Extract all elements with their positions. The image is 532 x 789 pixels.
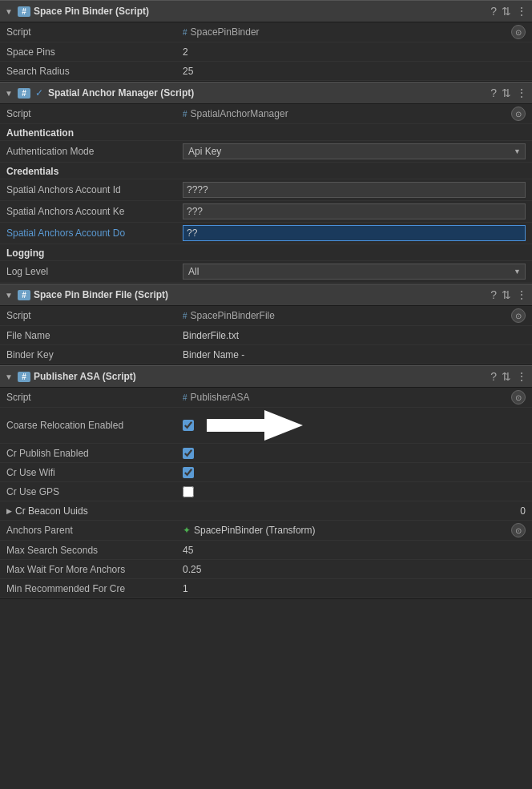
min-recommended-label: Min Recommended For Cre [6, 583, 183, 594]
max-search-seconds-row: Max Search Seconds 45 [0, 541, 532, 560]
cr-use-gps-label: Cr Use GPS [6, 486, 183, 497]
settings-icon[interactable]: ⇅ [502, 288, 511, 301]
panel-icons: ? ⇅ ⋮ [490, 288, 527, 301]
log-level-select-wrapper[interactable]: All Debug Info Warning Error None [183, 264, 526, 280]
min-recommended-row: Min Recommended For Cre 1 [0, 579, 532, 598]
script-label: Script [6, 26, 183, 38]
auth-mode-label: Authentication Mode [6, 146, 183, 157]
space-pin-binder-header[interactable]: ▼ # Space Pin Binder (Script) ? ⇅ ⋮ [0, 0, 532, 22]
coarse-relocation-checkbox-wrapper[interactable] [183, 420, 194, 431]
auth-mode-select[interactable]: Api Key Account Key Anonymous [183, 143, 526, 159]
authentication-label: Authentication [6, 124, 74, 139]
authentication-section: Authentication [0, 124, 532, 141]
cr-publish-enabled-row: Cr Publish Enabled [0, 444, 532, 463]
auth-mode-row: Authentication Mode Api Key Account Key … [0, 141, 532, 163]
script-label: Script [6, 108, 183, 119]
account-id-value[interactable] [183, 182, 526, 198]
script-circle-btn[interactable]: ⊙ [511, 308, 526, 323]
script-ref-icon: # [183, 28, 187, 37]
cr-publish-enabled-checkbox[interactable] [183, 448, 194, 459]
collapse-triangle: ▼ [5, 291, 14, 300]
publisher-asa-header[interactable]: ▼ # Publisher ASA (Script) ? ⇅ ⋮ [0, 365, 532, 388]
search-radius-row: Search Radius 25 [0, 62, 532, 81]
hash-badge: # [18, 88, 30, 99]
more-icon[interactable]: ⋮ [516, 288, 527, 301]
cr-use-gps-checkbox-wrapper[interactable] [183, 486, 194, 497]
panel-icons: ? ⇅ ⋮ [490, 5, 527, 18]
account-domain-label: Spatial Anchors Account Do [6, 227, 183, 239]
settings-icon[interactable]: ⇅ [502, 370, 511, 383]
credentials-label: Credentials [6, 163, 58, 177]
account-id-label: Spatial Anchors Account Id [6, 184, 183, 195]
script-ref-value: SpatialAnchorManager [191, 108, 288, 119]
help-icon[interactable]: ? [490, 288, 497, 301]
script-circle-btn[interactable]: ⊙ [511, 107, 526, 121]
hash-badge: # [18, 290, 30, 300]
space-pin-binder-file-panel: ▼ # Space Pin Binder File (Script) ? ⇅ ⋮… [0, 284, 532, 365]
max-search-seconds-value: 45 [183, 545, 526, 556]
hash-badge: # [18, 372, 30, 382]
help-icon[interactable]: ? [490, 5, 497, 18]
cr-beacon-expand[interactable]: ▶ Cr Beacon Uuids [6, 505, 88, 517]
credentials-section: Credentials [0, 163, 532, 179]
script-ref: # SpacePinBinderFile [183, 310, 506, 321]
panel-title: Publisher ASA (Script) [34, 371, 487, 382]
auth-mode-select-wrapper[interactable]: Api Key Account Key Anonymous [183, 143, 526, 159]
space-pin-binder-panel: ▼ # Space Pin Binder (Script) ? ⇅ ⋮ Scri… [0, 0, 532, 82]
script-ref-icon: # [183, 312, 187, 320]
help-icon[interactable]: ? [490, 87, 497, 99]
collapse-triangle: ▼ [5, 372, 14, 381]
arrow-svg [207, 410, 303, 441]
account-key-row: Spatial Anchors Account Ke [0, 201, 532, 223]
script-label: Script [6, 392, 183, 403]
account-domain-value[interactable] [183, 225, 526, 241]
hash-badge: # [18, 6, 30, 17]
cr-beacon-value: 0 [520, 505, 526, 517]
transform-ref: ✦ SpacePinBinder (Transform) [183, 525, 506, 536]
account-domain-input[interactable] [183, 225, 526, 241]
logging-section: Logging [0, 244, 532, 261]
min-recommended-value: 1 [183, 583, 526, 594]
cr-publish-enabled-checkbox-wrapper[interactable] [183, 448, 194, 459]
script-ref-value: PublisherASA [191, 392, 250, 403]
anchors-parent-circle-btn[interactable]: ⊙ [511, 523, 526, 537]
account-key-input[interactable] [183, 203, 526, 219]
spatial-anchor-manager-panel: ▼ # ✓ Spatial Anchor Manager (Script) ? … [0, 82, 532, 284]
settings-icon[interactable]: ⇅ [502, 87, 511, 99]
more-icon[interactable]: ⋮ [516, 5, 527, 18]
coarse-relocation-checkbox[interactable] [183, 420, 194, 431]
binder-key-row: Binder Key Binder Name - [0, 345, 532, 364]
help-icon[interactable]: ? [490, 370, 497, 383]
file-name-value: BinderFile.txt [183, 330, 526, 341]
max-wait-anchors-label: Max Wait For More Anchors [6, 564, 183, 575]
file-name-row: File Name BinderFile.txt [0, 326, 532, 345]
script-row: Script # SpacePinBinderFile ⊙ [0, 306, 532, 326]
script-ref-value: SpacePinBinder [191, 26, 260, 38]
settings-icon[interactable]: ⇅ [502, 5, 511, 18]
svg-marker-0 [207, 410, 303, 441]
cr-use-gps-checkbox[interactable] [183, 486, 194, 497]
spatial-anchor-manager-header[interactable]: ▼ # ✓ Spatial Anchor Manager (Script) ? … [0, 82, 532, 104]
cr-beacon-label: Cr Beacon Uuids [15, 505, 88, 517]
more-icon[interactable]: ⋮ [516, 87, 527, 99]
cr-use-wifi-row: Cr Use Wifi [0, 463, 532, 482]
cr-use-wifi-checkbox-wrapper[interactable] [183, 467, 194, 478]
account-id-input[interactable] [183, 182, 526, 198]
script-row: Script # SpatialAnchorManager ⊙ [0, 104, 532, 124]
script-row: Script # SpacePinBinder ⊙ [0, 22, 532, 42]
cr-use-wifi-label: Cr Use Wifi [6, 467, 183, 478]
anchors-parent-row: Anchors Parent ✦ SpacePinBinder (Transfo… [0, 521, 532, 541]
cr-use-wifi-checkbox[interactable] [183, 467, 194, 478]
transform-icon: ✦ [183, 525, 191, 536]
max-search-seconds-label: Max Search Seconds [6, 545, 183, 556]
account-key-value[interactable] [183, 203, 526, 219]
file-name-label: File Name [6, 330, 183, 341]
script-circle-btn[interactable]: ⊙ [511, 25, 526, 39]
log-level-select[interactable]: All Debug Info Warning Error None [183, 264, 526, 280]
more-icon[interactable]: ⋮ [516, 370, 527, 383]
panel-title: Spatial Anchor Manager (Script) [48, 87, 487, 99]
account-id-row: Spatial Anchors Account Id [0, 179, 532, 201]
space-pin-binder-file-header[interactable]: ▼ # Space Pin Binder File (Script) ? ⇅ ⋮ [0, 284, 532, 306]
script-circle-btn[interactable]: ⊙ [511, 390, 526, 405]
publisher-asa-panel: ▼ # Publisher ASA (Script) ? ⇅ ⋮ Script … [0, 365, 532, 599]
